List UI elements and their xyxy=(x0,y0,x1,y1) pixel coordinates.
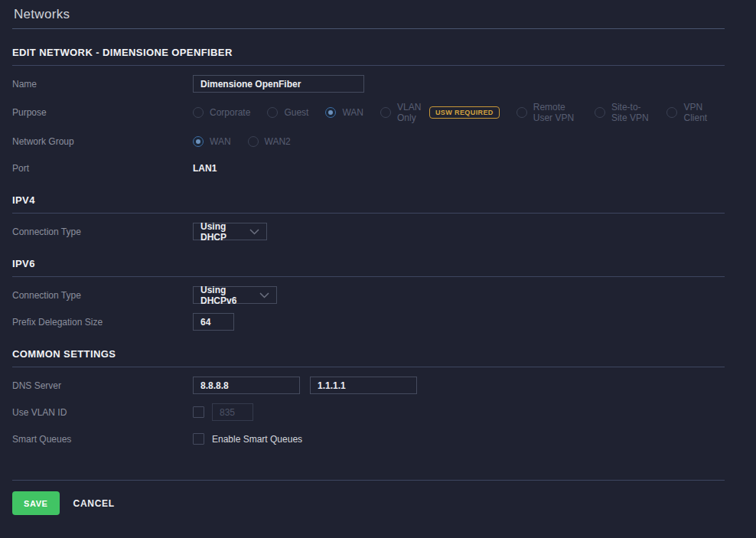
dns-server-row: DNS Server xyxy=(12,377,725,394)
ipv4-connection-type-value: Using DHCP xyxy=(200,221,239,243)
network-group-option-label: WAN xyxy=(210,136,231,147)
ipv4-connection-type-row: Connection Type Using DHCP xyxy=(12,223,725,240)
edit-network-divider xyxy=(12,65,725,66)
purpose-option-remote-user-vpn[interactable]: Remote User VPN xyxy=(516,102,578,123)
port-value: LAN1 xyxy=(193,163,217,174)
purpose-option-site-to-site-vpn[interactable]: Site-to-Site VPN xyxy=(595,102,650,123)
ipv6-divider xyxy=(12,276,725,277)
network-group-radio-group: WAN WAN2 xyxy=(193,136,308,147)
network-group-row: Network Group WAN WAN2 xyxy=(12,132,725,150)
ipv4-connection-type-label: Connection Type xyxy=(12,227,193,237)
action-buttons: SAVE CANCEL xyxy=(12,491,725,515)
name-row: Name xyxy=(12,75,725,93)
footer-divider xyxy=(12,480,725,481)
port-row: Port LAN1 xyxy=(12,159,725,177)
ipv6-connection-type-row: Connection Type Using DHCPv6 xyxy=(12,286,725,304)
use-vlan-id-checkbox[interactable] xyxy=(193,406,204,418)
radio-selected-icon[interactable] xyxy=(193,136,204,147)
smart-queues-label: Smart Queues xyxy=(12,434,193,445)
dns-server-input-2[interactable] xyxy=(310,377,417,394)
purpose-option-label: Remote User VPN xyxy=(533,102,578,123)
dns-server-label: DNS Server xyxy=(12,380,193,391)
purpose-option-label: WAN xyxy=(342,107,363,118)
header-divider xyxy=(12,28,725,29)
radio-icon[interactable] xyxy=(666,107,677,118)
use-vlan-id-row: Use VLAN ID xyxy=(12,403,725,421)
purpose-option-guest[interactable]: Guest xyxy=(267,107,308,118)
smart-queues-row: Smart Queues Enable Smart Queues xyxy=(12,430,725,448)
cancel-button[interactable]: CANCEL xyxy=(73,498,115,509)
radio-icon[interactable] xyxy=(248,136,259,147)
name-label: Name xyxy=(12,79,193,90)
ipv6-connection-type-value: Using DHCPv6 xyxy=(200,285,249,306)
network-group-label: Network Group xyxy=(12,136,193,147)
radio-icon[interactable] xyxy=(380,107,391,118)
vlan-id-input xyxy=(212,403,253,421)
purpose-option-wan[interactable]: WAN xyxy=(325,107,363,118)
network-group-option-label: WAN2 xyxy=(265,136,291,147)
radio-icon[interactable] xyxy=(595,107,605,118)
prefix-delegation-row: Prefix Delegation Size xyxy=(12,313,725,331)
radio-icon[interactable] xyxy=(193,107,204,118)
usw-required-badge: USW REQUIRED xyxy=(429,106,500,119)
page-header: Networks xyxy=(12,0,725,29)
smart-queues-checkbox[interactable] xyxy=(193,433,204,445)
common-settings-heading: COMMON SETTINGS xyxy=(12,348,725,360)
purpose-row: Purpose Corporate Guest WAN VLAN Only US… xyxy=(12,102,725,123)
ipv6-connection-type-dropdown[interactable]: Using DHCPv6 xyxy=(193,286,277,304)
ipv4-divider xyxy=(12,213,725,214)
ipv6-connection-type-label: Connection Type xyxy=(12,290,193,301)
radio-selected-icon[interactable] xyxy=(325,107,336,118)
smart-queues-checkbox-label: Enable Smart Queues xyxy=(212,434,302,445)
common-settings-divider xyxy=(12,367,725,367)
purpose-radio-group: Corporate Guest WAN VLAN Only USW REQUIR… xyxy=(193,102,725,123)
purpose-label: Purpose xyxy=(12,107,193,118)
network-group-option-wan[interactable]: WAN xyxy=(193,136,231,147)
prefix-delegation-input[interactable] xyxy=(193,313,234,331)
purpose-option-corporate[interactable]: Corporate xyxy=(193,107,250,118)
purpose-option-label: Corporate xyxy=(210,107,250,118)
purpose-option-vpn-client[interactable]: VPN Client xyxy=(666,102,708,123)
network-group-option-wan2[interactable]: WAN2 xyxy=(248,136,291,147)
ipv6-heading: IPV6 xyxy=(12,258,725,269)
ipv4-connection-type-dropdown[interactable]: Using DHCP xyxy=(193,223,267,240)
chevron-down-icon xyxy=(259,292,269,298)
port-label: Port xyxy=(12,163,193,174)
page-title: Networks xyxy=(12,7,725,22)
purpose-option-label: VLAN Only xyxy=(397,102,422,123)
ipv4-heading: IPV4 xyxy=(12,194,725,206)
dns-server-input-1[interactable] xyxy=(193,377,300,394)
purpose-option-label: Guest xyxy=(284,107,308,118)
purpose-option-label: Site-to-Site VPN xyxy=(611,102,650,123)
save-button[interactable]: SAVE xyxy=(12,491,60,515)
networks-settings-page: Networks EDIT NETWORK - DIMENSIONE OPENF… xyxy=(0,0,756,515)
chevron-down-icon xyxy=(249,229,259,235)
radio-icon[interactable] xyxy=(267,107,278,118)
purpose-option-label: VPN Client xyxy=(683,102,708,123)
use-vlan-id-label: Use VLAN ID xyxy=(12,407,193,418)
edit-network-heading: EDIT NETWORK - DIMENSIONE OPENFIBER xyxy=(12,47,725,58)
purpose-option-vlan-only[interactable]: VLAN Only xyxy=(380,102,422,123)
name-input[interactable] xyxy=(193,75,364,93)
prefix-delegation-label: Prefix Delegation Size xyxy=(12,317,193,328)
radio-icon[interactable] xyxy=(516,107,527,118)
